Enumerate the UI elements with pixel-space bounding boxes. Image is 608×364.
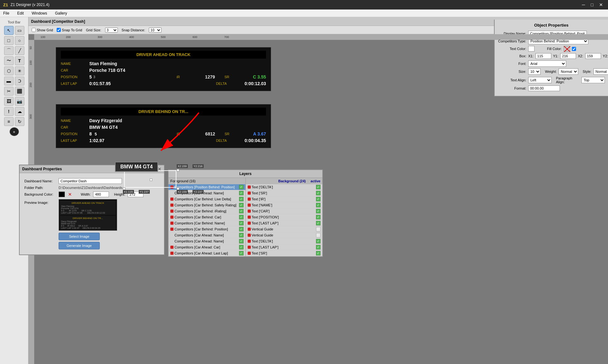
tool-image2[interactable]: 📷 [15,97,24,106]
layer-check-fg-4[interactable]: ✓ [239,209,244,213]
fill-color-swatch[interactable] [564,46,570,52]
fill-color-checkbox[interactable] [572,47,576,51]
tool-scissors[interactable]: ✂ [4,87,14,96]
tool-select[interactable]: ↖ [4,26,14,35]
layer-item-bg-4[interactable]: Text ['CAR'] ✓ [246,208,323,214]
text-align-select[interactable]: LeftCenterRight [528,77,552,83]
layer-check-fg-10[interactable]: ✓ [239,245,244,249]
x2-input[interactable] [585,53,601,59]
tool-image[interactable]: 🖼 [4,97,14,106]
tool-rect[interactable]: ▭ [15,26,24,35]
snap-to-grid-checkbox[interactable] [57,28,61,32]
layer-item-fg-8[interactable]: Competitors [Car Ahead: Name] ✓ [168,232,245,238]
corner-handle-tr[interactable] [177,169,179,172]
tool-text[interactable]: T [15,56,24,65]
dash-bg-color-swatch[interactable] [59,191,65,197]
tool-circle2[interactable]: ● [10,127,19,136]
weight-select[interactable]: NormalBold [559,68,578,75]
layer-check-bg-7[interactable] [316,227,320,231]
layer-check-bg-0[interactable]: ✓ [316,185,320,189]
layer-check-fg-7[interactable]: ✓ [239,227,244,231]
tool-rotate[interactable]: ↻ [15,117,24,126]
center-handle[interactable] [150,179,152,181]
layer-item-bg-9[interactable]: Text ['DELTA'] ✓ [246,238,323,244]
paragraph-align-select[interactable]: TopCenterBottom [581,77,605,83]
layer-item-fg-5[interactable]: Competitors [Car Behind: Car] ✓ [168,214,245,220]
layer-item-bg-1[interactable]: Text ['SR'] ✓ [246,190,323,196]
tool-arc[interactable]: ⌒ [4,46,14,55]
layer-item-bg-5[interactable]: Text ['POSITION'] ✓ [246,214,323,220]
layer-item-fg-6[interactable]: Competitors [Car Behind: Name] ✓ [168,220,245,226]
dash-name-input[interactable] [59,178,122,184]
tool-polygon[interactable]: ⬡ [4,66,14,75]
tool-rounded-rect[interactable]: ▬ [4,77,14,85]
select-image-button[interactable]: Select Image [59,233,100,240]
maximize-button[interactable]: □ [589,2,595,8]
corner-handle-br[interactable] [177,187,179,190]
layer-item-bg-2[interactable]: Text ['iR'] ✓ [246,196,323,202]
menu-file[interactable]: File [2,10,11,16]
dash-bg-color-clear[interactable]: ✕ [68,192,72,197]
size-select[interactable]: 10 [528,68,541,75]
format-input[interactable] [528,85,560,91]
tool-circle[interactable]: ○ [15,36,24,45]
layer-check-fg-1[interactable]: ✓ [239,191,244,195]
tool-list[interactable]: ≡ [4,117,14,126]
layer-check-fg-8[interactable]: ✓ [239,233,244,237]
layer-item-bg-10[interactable]: Text ['LAST LAP'] ✓ [246,244,323,250]
tool-line[interactable]: ╱ [15,46,24,55]
layer-check-bg-11[interactable]: ✓ [316,251,320,255]
layer-check-fg-11[interactable]: ✓ [239,251,244,255]
layer-check-fg-2[interactable]: ✓ [239,197,244,201]
layer-item-bg-8[interactable]: Vertical Guide [246,232,323,238]
show-grid-checkbox[interactable] [32,28,36,32]
tool-shapes[interactable]: ⬛ [15,87,24,96]
layer-check-bg-6[interactable]: ✓ [316,221,320,225]
grid-size-select[interactable]: 3510 [105,28,118,33]
close-button[interactable]: ✕ [597,2,605,8]
tool-bezier[interactable]: 〜 [4,56,14,65]
layer-check-bg-10[interactable]: ✓ [316,245,320,249]
layer-check-bg-4[interactable]: ✓ [316,209,320,213]
tool-exclaim[interactable]: ! [4,107,14,116]
tool-bezier2[interactable]: Ↄ [15,77,24,85]
layer-item-fg-10[interactable]: Competitors [Car Ahead: Car] ✓ [168,244,245,250]
corner-handle-bl[interactable] [123,187,125,190]
layer-check-fg-9[interactable]: ✓ [239,239,244,243]
layer-item-fg-9[interactable]: Competitors [Car Ahead: Name] ✓ [168,238,245,244]
layer-item-bg-11[interactable]: Text ['SR'] ✓ [246,250,323,256]
generate-image-button[interactable]: Generate Image [59,242,100,249]
dash-width-input[interactable] [93,191,109,197]
menu-windows[interactable]: Windows [30,10,49,16]
layer-item-fg-4[interactable]: Competitors [Car Behind: iRating] ✓ [168,208,245,214]
layer-check-fg-3[interactable]: ✓ [239,203,244,207]
layer-check-fg-6[interactable]: ✓ [239,221,244,225]
layer-item-bg-3[interactable]: Text ['NAME'] ✓ [246,202,323,208]
layer-item-bg-7[interactable]: Vertical Guide [246,226,323,232]
layer-item-bg-6[interactable]: Text ['LAST LAP'] ✓ [246,220,323,226]
layer-item-fg-7[interactable]: Competitors [Car Behind: Position] ✓ [168,226,245,232]
minimize-button[interactable]: ─ [580,2,587,8]
layer-item-fg-11[interactable]: Competitors [Car Ahead: Last Lap] ✓ [168,250,245,256]
style-select[interactable]: NormalItalic [593,68,608,75]
layer-item-bg-0[interactable]: Text ['DELTA'] ✓ [246,184,323,190]
tool-cloud[interactable]: ☁ [15,107,24,116]
y1-input[interactable] [560,53,576,59]
layer-check-bg-9[interactable]: ✓ [316,239,320,243]
layer-item-fg-2[interactable]: Competitors [Car Behind: Live Delta] ✓ [168,196,245,202]
layer-check-fg-5[interactable]: ✓ [239,215,244,219]
x1-input[interactable] [535,53,551,59]
layer-check-fg-0[interactable]: ✓ [239,185,244,189]
layer-check-bg-2[interactable]: ✓ [316,197,320,201]
tool-square[interactable]: □ [4,36,14,45]
tool-sun[interactable]: ✳ [15,66,24,75]
layer-check-bg-3[interactable]: ✓ [316,203,320,207]
text-color-swatch[interactable] [528,46,535,52]
layer-item-fg-3[interactable]: Competitors [Car Behind: Safety Rating] … [168,202,245,208]
menu-edit[interactable]: Edit [16,10,25,16]
layer-check-bg-5[interactable]: ✓ [316,215,320,219]
menu-gallery[interactable]: Gallery [54,10,69,16]
layer-check-bg-8[interactable] [316,233,320,237]
font-select[interactable]: Arial [528,60,566,67]
snap-distance-select[interactable]: 10520 [149,28,162,33]
